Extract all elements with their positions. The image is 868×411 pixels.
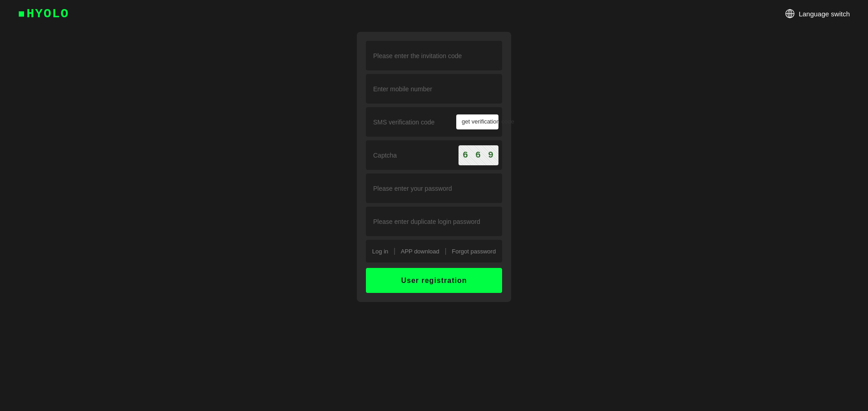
header: ■HYOLO Language switch: [0, 0, 868, 27]
password-field: [366, 173, 502, 203]
captcha-input[interactable]: [373, 152, 455, 159]
mobile-number-input[interactable]: [373, 85, 495, 93]
language-switch-label: Language switch: [799, 10, 850, 18]
language-switch[interactable]: Language switch: [785, 9, 850, 19]
confirm-password-input[interactable]: [373, 218, 495, 225]
app-download-link[interactable]: APP download: [401, 248, 439, 255]
main-content: get verification code 6 6 9 Log in | APP…: [0, 27, 868, 302]
captcha-image[interactable]: 6 6 9: [459, 145, 498, 165]
sms-verification-input[interactable]: [373, 119, 453, 126]
forgot-password-link[interactable]: Forgot password: [452, 248, 496, 255]
invitation-code-field: [366, 41, 502, 70]
globe-icon: [785, 9, 795, 19]
separator-2: |: [444, 247, 446, 255]
invitation-code-input[interactable]: [373, 52, 495, 59]
registration-form: get verification code 6 6 9 Log in | APP…: [357, 32, 511, 302]
get-verification-button[interactable]: get verification code: [456, 114, 498, 129]
password-input[interactable]: [373, 185, 495, 192]
sms-verification-field: get verification code: [366, 107, 502, 137]
logo: ■HYOLO: [18, 7, 69, 21]
captcha-field: 6 6 9: [366, 140, 502, 170]
links-row: Log in | APP download | Forgot password: [366, 240, 502, 262]
captcha-value: 6 6 9: [463, 150, 494, 160]
confirm-password-field: [366, 207, 502, 236]
separator-1: |: [394, 247, 395, 255]
login-link[interactable]: Log in: [372, 248, 388, 255]
mobile-number-field: [366, 74, 502, 104]
register-button[interactable]: User registration: [366, 268, 502, 293]
